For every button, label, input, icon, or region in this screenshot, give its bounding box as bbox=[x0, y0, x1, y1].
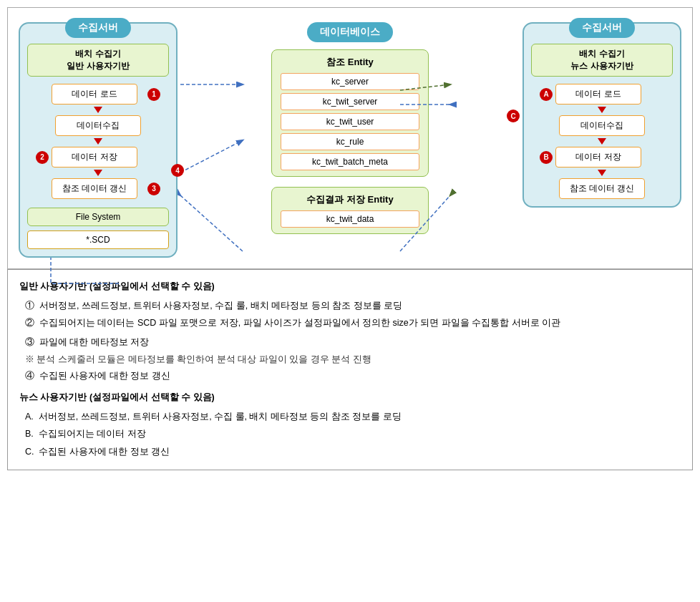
note-item-A: A. 서버정보, 쓰레드정보, 트위터 사용자정보, 수집 룰, 배치 메타정보… bbox=[25, 409, 681, 425]
left-filesys-section: File System *.SCD bbox=[27, 208, 169, 249]
badge-4: 4 bbox=[171, 164, 184, 177]
note-text-C: 수집된 사용자에 대한 정보 갱신 bbox=[39, 447, 170, 457]
note-num-3: ③ bbox=[25, 337, 39, 347]
note-text-1: 서버정보, 쓰레드정보, 트위터 사용자정보, 수집 룰, 배치 메타정보 등의… bbox=[39, 301, 402, 311]
right-step3: 데이터 저장 bbox=[555, 147, 641, 168]
right-arrow-1 bbox=[598, 107, 606, 113]
right-batch-line1: 배치 수집기 bbox=[542, 48, 662, 60]
section2-wrap: 뉴스 사용자기반 (설정파일에서 선택할 수 있음) A. 서버정보, 쓰레드정… bbox=[19, 389, 681, 460]
right-step1: 데이터 로드 bbox=[555, 84, 641, 105]
filesys-box: File System bbox=[27, 208, 169, 226]
arrow-1 bbox=[94, 107, 102, 113]
left-step4: 참조 데이터 갱신 bbox=[52, 178, 137, 199]
entity-kc-twit-user: kc_twit_user bbox=[281, 113, 419, 130]
entity-kc-twit-data: kc_twit_data bbox=[281, 210, 419, 228]
section2-title: 뉴스 사용자기반 (설정파일에서 선택할 수 있음) bbox=[19, 389, 681, 406]
arrow-2 bbox=[94, 138, 102, 145]
left-batch-line2: 일반 사용자기반 bbox=[38, 60, 158, 72]
notes-section: 일반 사용자기반 (설정파일에서 선택할 수 있음) ① 서버정보, 쓰레드정보… bbox=[7, 269, 693, 470]
right-step4: 참조 데이터 갱신 bbox=[559, 178, 645, 199]
entity-kc-twit-server: kc_twit_server bbox=[281, 93, 419, 110]
note-num-B: B. bbox=[25, 429, 39, 439]
note-item-note: ※ 분석 스케줄러 모듈은 메타정보를 확인하여 분석 대상 파일이 있을 경우… bbox=[25, 351, 681, 368]
right-step1-wrapper: 데이터 로드 A bbox=[555, 84, 648, 105]
right-arrow-2 bbox=[598, 138, 606, 145]
entity-kc-twit-batch-meta: kc_twit_batch_meta bbox=[281, 153, 419, 170]
note-text-B: 수집되어지는 데이터 저장 bbox=[39, 429, 146, 439]
left-server: 수집서버 배치 수집기 일반 사용자기반 데이터 로드 1 데이터수집 bbox=[19, 22, 178, 258]
note-item-C: C. 수집된 사용자에 대한 정보 갱신 bbox=[25, 444, 681, 460]
note-num-1: ① bbox=[25, 301, 39, 311]
note-item-B: B. 수집되어지는 데이터 저장 bbox=[25, 426, 681, 442]
ref-entity-group: 참조 Entity kc_server kc_twit_server kc_tw… bbox=[271, 49, 429, 177]
section1-title: 일반 사용자기반 (설정파일에서 선택할 수 있음) bbox=[19, 278, 681, 295]
right-proc-list: 데이터 로드 A 데이터수집 데이터 저장 B 참조 데이터 갱신 bbox=[531, 84, 673, 199]
result-entity-group: 수집결과 저장 Entity kc_twit_data bbox=[271, 187, 429, 234]
badge-C: C bbox=[507, 110, 520, 122]
note-symbol: ※ bbox=[25, 354, 37, 364]
left-step3: 데이터 저장 bbox=[52, 147, 137, 168]
note-text-2: 수집되어지는 데이터는 SCD 파일 포맷으로 저장, 파일 사이즈가 설정파일… bbox=[39, 318, 560, 328]
left-step3-wrapper: 데이터 저장 2 bbox=[52, 147, 145, 168]
left-step2: 데이터수집 bbox=[55, 115, 141, 136]
right-server-title: 수집서버 bbox=[569, 18, 635, 38]
db-center: 데이터베이스 참조 Entity kc_server kc_twit_serve… bbox=[268, 22, 432, 234]
scd-box: *.SCD bbox=[27, 230, 169, 249]
right-step3-wrapper: 데이터 저장 B bbox=[555, 147, 648, 168]
ref-entity-title: 참조 Entity bbox=[281, 56, 419, 69]
db-title: 데이터베이스 bbox=[307, 22, 393, 42]
diagram-wrapper: 수집서버 배치 수집기 일반 사용자기반 데이터 로드 1 데이터수집 bbox=[7, 7, 693, 269]
left-server-title: 수집서버 bbox=[65, 18, 131, 38]
badge-A: A bbox=[540, 88, 553, 101]
note-num-4: ④ bbox=[25, 371, 39, 381]
note-text-3: 파일에 대한 메타정보 저장 bbox=[39, 337, 149, 347]
note-num-A: A. bbox=[25, 412, 39, 422]
right-arrow-3 bbox=[598, 170, 606, 176]
right-step2: 데이터수집 bbox=[559, 115, 645, 136]
left-step1-wrapper: 데이터 로드 1 bbox=[52, 84, 145, 105]
badge-2: 2 bbox=[36, 151, 49, 164]
note-item-4: ④ 수집된 사용자에 대한 정보 갱신 bbox=[25, 368, 681, 384]
main-container: 수집서버 배치 수집기 일반 사용자기반 데이터 로드 1 데이터수집 bbox=[0, 0, 700, 477]
right-server: 수집서버 배치 수집기 뉴스 사용자기반 데이터 로드 A 데이터수집 bbox=[522, 22, 681, 208]
note-num-C: C. bbox=[25, 447, 39, 457]
entity-kc-rule: kc_rule bbox=[281, 133, 419, 150]
left-proc-list: 데이터 로드 1 데이터수집 데이터 저장 2 bbox=[27, 84, 169, 199]
left-batch-line1: 배치 수집기 bbox=[38, 48, 158, 60]
entity-kc-server: kc_server bbox=[281, 73, 419, 90]
badge-B: B bbox=[540, 151, 553, 164]
right-batch-line2: 뉴스 사용자기반 bbox=[542, 60, 662, 72]
left-batch-box: 배치 수집기 일반 사용자기반 bbox=[27, 44, 169, 77]
note-num-2: ② bbox=[25, 318, 39, 328]
note-text-A: 서버정보, 쓰레드정보, 트위터 사용자정보, 수집 룰, 배치 메타정보 등의… bbox=[39, 412, 402, 422]
badge-1: 1 bbox=[147, 88, 160, 101]
result-entity-title: 수집결과 저장 Entity bbox=[281, 193, 419, 206]
left-step1: 데이터 로드 bbox=[52, 84, 137, 105]
note-text-note: 분석 스케줄러 모듈은 메타정보를 확인하여 분석 대상 파일이 있을 경우 분… bbox=[37, 354, 371, 364]
note-text-4: 수집된 사용자에 대한 정보 갱신 bbox=[39, 371, 170, 381]
badge-3: 3 bbox=[147, 183, 160, 195]
right-batch-box: 배치 수집기 뉴스 사용자기반 bbox=[531, 44, 673, 77]
note-item-2: ② 수집되어지는 데이터는 SCD 파일 포맷으로 저장, 파일 사이즈가 설정… bbox=[25, 315, 681, 331]
arrow-3 bbox=[94, 170, 102, 176]
note-item-1: ① 서버정보, 쓰레드정보, 트위터 사용자정보, 수집 룰, 배치 메타정보 … bbox=[25, 298, 681, 314]
note-item-3-wrap: ③ 파일에 대한 메타정보 저장 ※ 분석 스케줄러 모듈은 메타정보를 확인하… bbox=[19, 334, 681, 368]
left-step4-wrapper: 참조 데이터 갱신 3 bbox=[52, 178, 145, 199]
note-item-3: ③ 파일에 대한 메타정보 저장 bbox=[25, 334, 681, 351]
